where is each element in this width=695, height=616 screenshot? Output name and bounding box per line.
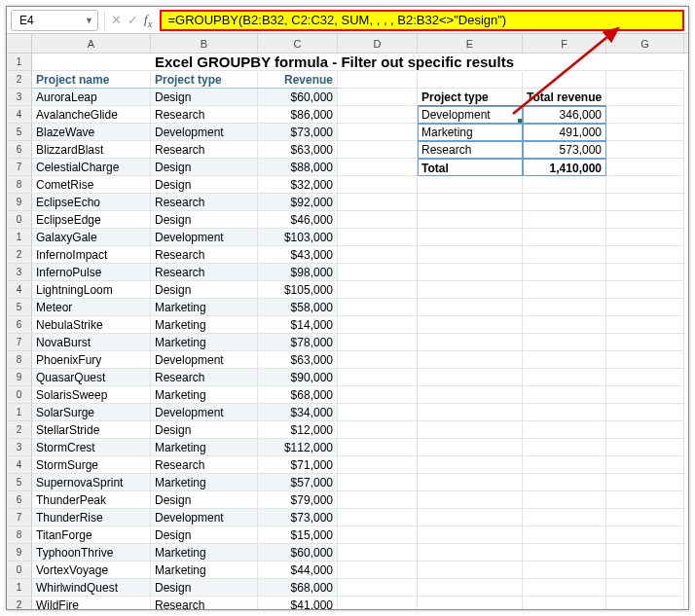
row-header[interactable]: 7 [7,159,32,176]
row-header[interactable]: 7 [7,334,32,351]
row-header[interactable]: 2 [7,71,32,89]
cell[interactable] [418,194,523,211]
cell-project-name[interactable]: InfernoImpact [32,246,151,264]
cell[interactable] [418,316,523,334]
row-header[interactable]: 3 [7,264,32,281]
cell-empty[interactable] [606,264,684,281]
cell[interactable] [523,597,606,609]
cell-empty[interactable] [606,526,684,544]
cancel-icon[interactable]: ✕ [111,13,122,27]
cell-empty[interactable] [338,264,418,281]
cell-project-name[interactable]: BlazeWave [32,124,151,141]
row-header[interactable]: 2 [7,246,32,264]
cell-project-name[interactable]: ThunderPeak [32,491,151,509]
cell-revenue[interactable]: $78,000 [258,334,338,351]
cell[interactable] [418,544,523,562]
col-header-G[interactable]: G [606,34,684,53]
cell-project-type[interactable]: Research [151,246,258,264]
cell[interactable] [523,404,606,421]
cell-project-name[interactable]: CelestialCharge [32,159,151,176]
cell-empty[interactable] [606,579,684,597]
cell-empty[interactable] [606,439,684,456]
formula-input[interactable]: =GROUPBY(B2:B32, C2:C32, SUM, , , , B2:B… [160,10,684,31]
cell-project-name[interactable]: GalaxyGale [32,229,151,246]
row-header[interactable]: 0 [7,386,32,404]
col-header-A[interactable]: A [32,34,151,53]
cell-project-name[interactable]: NebulaStrike [32,316,151,334]
cell-revenue[interactable]: $15,000 [258,526,338,544]
cell[interactable] [523,456,606,474]
cell-empty[interactable] [338,106,418,124]
cell[interactable] [523,211,606,229]
cell-project-name[interactable]: NovaBurst [32,334,151,351]
cell-project-name[interactable]: StormSurge [32,456,151,474]
cell-empty[interactable] [338,211,418,229]
cell-empty[interactable] [338,89,418,106]
chevron-down-icon[interactable]: ▼ [85,16,93,25]
cell[interactable] [523,491,606,509]
select-all-corner[interactable] [7,34,32,53]
result-type[interactable]: Research [418,141,523,159]
cell-revenue[interactable]: $46,000 [258,211,338,229]
row-header[interactable]: 5 [7,474,32,491]
result-header-total[interactable]: Total revenue [523,89,606,106]
cell-project-type[interactable]: Marketing [151,334,258,351]
cell-empty[interactable] [338,404,418,421]
cell-project-name[interactable]: InfernoPulse [32,264,151,281]
cell[interactable] [418,386,523,404]
cell-project-name[interactable]: LightningLoom [32,281,151,299]
cell-project-name[interactable]: AvalancheGlide [32,106,151,124]
cell-project-type[interactable]: Marketing [151,474,258,491]
cell-project-type[interactable]: Research [151,369,258,386]
cell-empty[interactable] [606,456,684,474]
cell-project-type[interactable]: Design [151,176,258,194]
cell-revenue[interactable]: $63,000 [258,141,338,159]
cell-empty[interactable] [338,491,418,509]
row-header[interactable]: 6 [7,316,32,334]
cell-empty[interactable] [338,176,418,194]
cell-empty[interactable] [606,141,684,159]
cell-revenue[interactable]: $105,000 [258,281,338,299]
cell-revenue[interactable]: $98,000 [258,264,338,281]
cells-area[interactable]: Excel GROUPBY formula - Filter out speci… [32,54,688,609]
result-type[interactable]: Marketing [418,124,523,141]
cell-empty[interactable] [606,246,684,264]
cell-empty[interactable] [338,474,418,491]
cell-revenue[interactable]: $57,000 [258,474,338,491]
cell[interactable] [418,579,523,597]
cell-revenue[interactable]: $58,000 [258,299,338,316]
result-total[interactable]: 346,000 [523,106,606,124]
col-header-D[interactable]: D [338,34,418,53]
cell[interactable] [523,316,606,334]
cell-project-name[interactable]: QuasarQuest [32,369,151,386]
cell[interactable] [418,562,523,579]
cell-revenue[interactable]: $41,000 [258,597,338,609]
cell-empty[interactable] [338,456,418,474]
col-header-E[interactable]: E [418,34,523,53]
cell-project-name[interactable]: VortexVoyage [32,562,151,579]
cell[interactable] [418,299,523,316]
cell-empty[interactable] [606,351,684,369]
cell-empty[interactable] [606,544,684,562]
cell-project-type[interactable]: Design [151,579,258,597]
cell[interactable] [418,526,523,544]
cell-revenue[interactable]: $71,000 [258,456,338,474]
cell-empty[interactable] [338,579,418,597]
cell[interactable] [418,246,523,264]
cell-revenue[interactable]: $14,000 [258,316,338,334]
row-header[interactable]: 1 [7,404,32,421]
cell-revenue[interactable]: $103,000 [258,229,338,246]
row-header[interactable]: 0 [7,211,32,229]
selected-cell[interactable]: Development [418,106,523,124]
cell-project-type[interactable]: Marketing [151,544,258,562]
cell-project-name[interactable]: TitanForge [32,526,151,544]
cell-project-type[interactable]: Research [151,194,258,211]
cell-project-name[interactable]: EclipseEcho [32,194,151,211]
cell-empty[interactable] [606,316,684,334]
row-header[interactable]: 8 [7,526,32,544]
name-box[interactable]: E4 ▼ [11,10,98,31]
cell-project-name[interactable]: Meteor [32,299,151,316]
cell-revenue[interactable]: $90,000 [258,369,338,386]
cell-revenue[interactable]: $86,000 [258,106,338,124]
cell-empty[interactable] [338,334,418,351]
